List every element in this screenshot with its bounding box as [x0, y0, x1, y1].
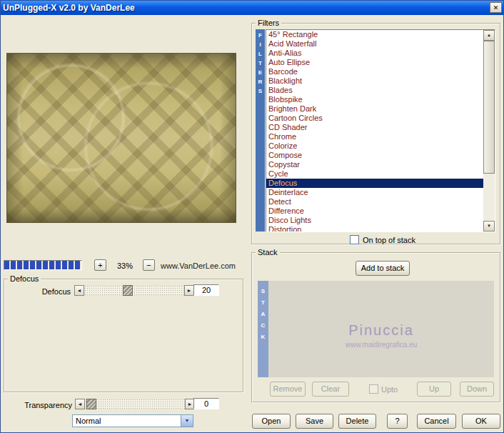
upto-checkbox[interactable]	[369, 384, 378, 394]
filters-list-items: 45° RectangleAcid WaterfallAnti-AliasAut…	[266, 30, 483, 232]
filter-item[interactable]: Difference	[266, 206, 483, 216]
defocus-slider-right-arrow-icon[interactable]: ►	[184, 285, 194, 296]
defocus-value-field[interactable]: 20	[193, 284, 219, 296]
stack-panel[interactable]: Pinuccia www.maidiregrafica.eu	[268, 281, 494, 377]
zoom-out-button[interactable]: −	[143, 259, 155, 271]
watermark-title: Pinuccia	[268, 322, 494, 339]
filter-item[interactable]: 45° Rectangle	[266, 30, 483, 39]
title-bar: UnPlugged-X v2.0 by VanDerLee ✕	[1, 1, 503, 15]
stack-vertical-label: STACK	[258, 281, 268, 377]
filter-item[interactable]: Detect	[266, 197, 483, 206]
defocus-group-title: Defocus	[8, 274, 41, 283]
remove-button[interactable]: Remove	[270, 382, 306, 397]
filter-item[interactable]: Deinterlace	[266, 188, 483, 197]
down-button[interactable]: Down	[460, 382, 494, 397]
filter-item[interactable]: Blacklight	[266, 76, 483, 86]
filter-item[interactable]: Disco Lights	[266, 216, 483, 225]
filter-item[interactable]: Distortion	[266, 225, 483, 232]
stack-group-title: Stack	[256, 248, 280, 257]
cancel-button[interactable]: Cancel	[417, 414, 456, 429]
filter-item[interactable]: Compose	[266, 151, 483, 160]
filter-item[interactable]: Colorize	[266, 141, 483, 151]
open-button[interactable]: Open	[252, 414, 291, 429]
filters-scrollbar[interactable]: ▲ ▼	[483, 30, 495, 232]
vendor-website-link[interactable]: www.VanDerLee.com	[161, 262, 236, 270]
chevron-down-icon[interactable]: ▼	[181, 415, 193, 427]
on-top-of-stack-label: On top of stack	[363, 236, 415, 244]
filter-item[interactable]: Blobspike	[266, 95, 483, 104]
filter-item[interactable]: Copystar	[266, 160, 483, 169]
preview-image[interactable]	[6, 53, 236, 223]
filter-item[interactable]: Barcode	[266, 67, 483, 76]
filter-item[interactable]: Chrome	[266, 132, 483, 141]
transparency-slider-thumb[interactable]	[86, 399, 96, 409]
blend-mode-dropdown[interactable]: Normal ▼	[72, 414, 193, 427]
filter-item[interactable]: Anti-Alias	[266, 49, 483, 58]
scroll-up-icon[interactable]: ▲	[483, 30, 495, 41]
zoom-in-button[interactable]: +	[94, 259, 106, 271]
help-button[interactable]: ?	[387, 414, 408, 429]
save-button[interactable]: Save	[296, 414, 333, 429]
defocus-slider-track[interactable]	[84, 285, 184, 296]
scrollbar-thumb[interactable]	[483, 41, 495, 174]
clear-button[interactable]: Clear	[312, 382, 349, 397]
transparency-label: Transparency	[6, 401, 72, 409]
on-top-of-stack-checkbox[interactable]	[350, 235, 359, 244]
transparency-slider-left-arrow-icon[interactable]: ◄	[75, 399, 85, 409]
filter-item[interactable]: Defocus	[266, 179, 483, 188]
progress-bar	[4, 260, 82, 270]
defocus-slider-thumb[interactable]	[123, 285, 133, 296]
add-to-stack-button[interactable]: Add to stack	[356, 261, 410, 276]
filter-item[interactable]: Cartoon Circles	[266, 114, 483, 123]
upto-label: Upto	[381, 385, 398, 394]
ok-button[interactable]: OK	[462, 414, 500, 429]
scroll-down-icon[interactable]: ▼	[483, 221, 495, 232]
filters-list: 45° RectangleAcid WaterfallAnti-AliasAut…	[266, 29, 495, 232]
up-button[interactable]: Up	[417, 382, 451, 397]
plugin-window: UnPlugged-X v2.0 by VanDerLee ✕ + 33% − …	[0, 0, 504, 433]
zoom-level: 33%	[109, 262, 141, 270]
filter-item[interactable]: CD Shader	[266, 123, 483, 132]
filter-item[interactable]: Auto Ellipse	[266, 58, 483, 67]
filters-group-title: Filters	[256, 19, 281, 27]
close-icon[interactable]: ✕	[490, 2, 502, 13]
filter-item[interactable]: Acid Waterfall	[266, 39, 483, 49]
transparency-value-field[interactable]: 0	[193, 398, 219, 409]
filter-item[interactable]: Blades	[266, 86, 483, 95]
filter-item[interactable]: Brighten Dark	[266, 104, 483, 114]
defocus-slider-left-arrow-icon[interactable]: ◄	[74, 285, 84, 296]
delete-button[interactable]: Delete	[338, 414, 376, 429]
defocus-slider-label: Defocus	[18, 287, 71, 296]
watermark-url: www.maidiregrafica.eu	[268, 341, 494, 349]
transparency-slider-track[interactable]	[85, 399, 185, 409]
window-title: UnPlugged-X v2.0 by VanDerLee	[1, 3, 135, 13]
filter-item[interactable]: Cycle	[266, 169, 483, 179]
blend-mode-value: Normal	[73, 417, 181, 425]
filters-vertical-label: FILTERS	[256, 29, 265, 232]
